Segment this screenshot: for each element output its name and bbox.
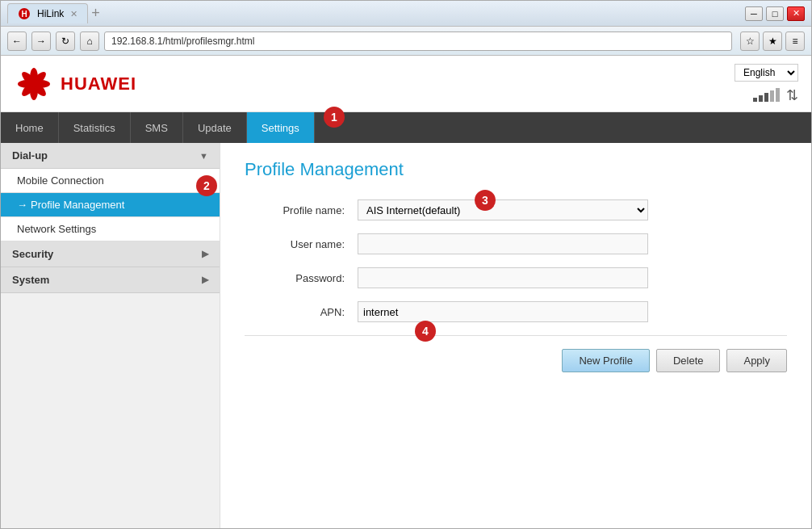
nav-settings[interactable]: Settings — [247, 112, 315, 143]
apn-input[interactable] — [358, 301, 648, 322]
system-expand-icon: ▶ — [202, 275, 208, 285]
sidebar-item-profile-management[interactable]: → Profile Management — [1, 193, 220, 217]
sidebar-group-security: Security ▶ — [1, 241, 220, 267]
language-select[interactable]: English Thai Chinese — [735, 64, 798, 82]
security-expand-icon: ▶ — [202, 249, 208, 259]
apn-label: APN: — [245, 306, 358, 318]
form-divider — [245, 335, 787, 336]
close-button[interactable]: ✕ — [787, 6, 805, 21]
huawei-logo-icon — [14, 64, 54, 104]
logo-area: HUAWEI — [14, 64, 136, 104]
new-tab-button[interactable]: + — [91, 5, 100, 22]
signal-area: ⇅ — [753, 86, 798, 104]
sidebar-item-mobile-connection[interactable]: Mobile Connection — [1, 169, 220, 193]
sidebar-group-system: System ▶ — [1, 267, 220, 293]
delete-button[interactable]: Delete — [656, 349, 721, 372]
nav-menu: Home Statistics SMS Update Settings — [1, 112, 811, 143]
sidebar-group-system-header[interactable]: System ▶ — [1, 267, 220, 293]
username-row: User name: — [245, 233, 787, 254]
address-text: 192.168.8.1/html/profilesmgr.html — [111, 36, 254, 47]
sidebar-item-network-settings[interactable]: Network Settings — [1, 217, 220, 241]
content-area: Profile Management Profile name: AIS Int… — [220, 143, 811, 528]
star-button[interactable]: ★ — [763, 31, 782, 51]
password-row: Password: — [245, 267, 787, 288]
password-input[interactable] — [358, 267, 648, 288]
menu-button[interactable]: ≡ — [785, 31, 805, 51]
button-row: New Profile Delete Apply — [245, 349, 787, 372]
header-right: English Thai Chinese ⇅ — [735, 64, 798, 104]
sidebar-group-security-header[interactable]: Security ▶ — [1, 241, 220, 267]
profile-form: Profile name: AIS Internet(default) Cust… — [245, 199, 787, 322]
bookmark-button[interactable]: ☆ — [740, 31, 760, 51]
address-bar[interactable]: 192.168.8.1/html/profilesmgr.html — [104, 31, 732, 51]
nav-home[interactable]: Home — [1, 112, 59, 143]
apn-row: APN: — [245, 301, 787, 322]
page-title: Profile Management — [245, 159, 787, 180]
back-button[interactable]: ← — [7, 31, 27, 51]
nav-statistics[interactable]: Statistics — [59, 112, 131, 143]
svg-text:H: H — [21, 10, 27, 19]
username-label: User name: — [245, 238, 358, 250]
home-button[interactable]: ⌂ — [80, 31, 99, 51]
maximize-button[interactable]: □ — [766, 6, 784, 21]
forward-button[interactable]: → — [31, 31, 51, 51]
minimize-button[interactable]: ─ — [745, 6, 763, 21]
nav-sms[interactable]: SMS — [131, 112, 183, 143]
sidebar-group-dialup-header[interactable]: Dial-up ▼ — [1, 143, 220, 169]
sidebar: Dial-up ▼ Mobile Connection → Profile Ma… — [1, 143, 220, 528]
new-profile-button[interactable]: New Profile — [562, 349, 649, 372]
dialup-expand-icon: ▼ — [199, 151, 208, 161]
sidebar-group-dialup: Dial-up ▼ Mobile Connection → Profile Ma… — [1, 143, 220, 241]
tab-close-icon[interactable]: ✕ — [70, 9, 77, 19]
signal-bars-icon — [753, 88, 780, 102]
profile-name-row: Profile name: AIS Internet(default) Cust… — [245, 199, 787, 220]
profile-name-select[interactable]: AIS Internet(default) Custom Profile — [358, 199, 648, 220]
browser-favicon: H — [18, 7, 31, 20]
tab-title: HiLink — [37, 8, 64, 19]
username-input[interactable] — [358, 233, 648, 254]
apply-button[interactable]: Apply — [726, 349, 787, 372]
profile-name-label: Profile name: — [245, 204, 358, 216]
nav-update[interactable]: Update — [183, 112, 247, 143]
logo-text: HUAWEI — [61, 73, 136, 94]
data-transfer-icon: ⇅ — [786, 86, 798, 104]
password-label: Password: — [245, 272, 358, 284]
reload-button[interactable]: ↻ — [56, 31, 75, 51]
